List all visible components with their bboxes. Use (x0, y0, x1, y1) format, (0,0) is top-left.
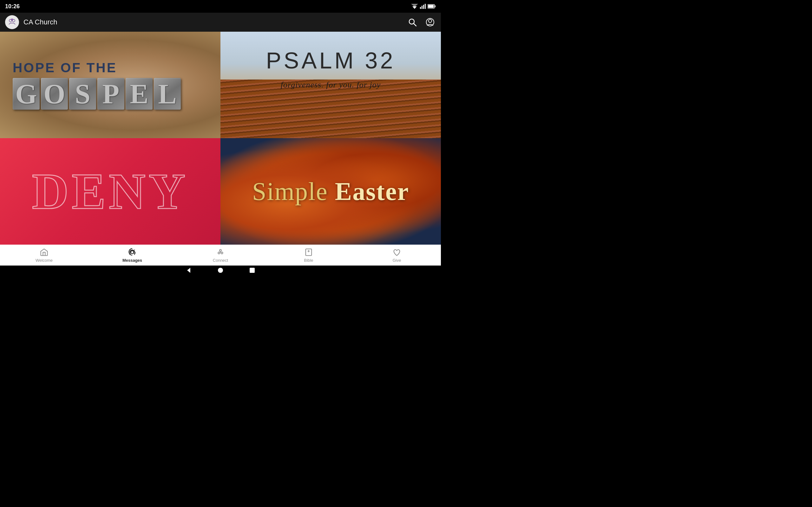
recents-button[interactable] (249, 267, 255, 274)
gospel-letter-o: O (41, 78, 68, 110)
svg-rect-27 (250, 268, 255, 273)
messages-label: Messages (122, 258, 142, 263)
home-circle-icon (217, 267, 223, 274)
church-name: CA Church (23, 18, 57, 26)
card-easter[interactable]: Simple Easter (220, 138, 441, 245)
wifi-icon (411, 4, 418, 9)
connect-label: Connect (213, 258, 228, 263)
svg-rect-5 (425, 4, 426, 9)
nav-item-bible[interactable]: Bible (296, 248, 321, 263)
card-psalm[interactable]: PSALM 32 forgiveness. for you. for joy (220, 32, 441, 138)
content-grid: HOPE OF THE G O S P E L PSALM 32 forgive… (0, 32, 441, 245)
psalm-title: PSALM 32 (233, 48, 428, 73)
give-icon (392, 248, 401, 257)
nav-item-connect[interactable]: Connect (208, 248, 233, 263)
messages-icon (128, 248, 137, 257)
svg-point-26 (218, 268, 223, 273)
gospel-content: HOPE OF THE G O S P E L (0, 48, 220, 122)
gospel-letter-p: P (97, 78, 124, 110)
easter-content: Simple Easter (220, 138, 441, 245)
simple-text: Simple (252, 177, 335, 205)
status-icons (411, 4, 436, 9)
app-bar-left: CA Church (5, 15, 57, 29)
welcome-label: Welcome (36, 258, 53, 263)
church-logo-icon (7, 17, 17, 27)
system-nav-bar (0, 266, 441, 275)
svg-point-16 (131, 250, 134, 253)
svg-rect-4 (423, 5, 424, 9)
nav-item-messages[interactable]: Messages (119, 248, 145, 263)
card-gospel[interactable]: HOPE OF THE G O S P E L (0, 32, 220, 138)
svg-point-15 (428, 19, 432, 22)
deny-text: DENY (32, 166, 189, 217)
gospel-letter-e: E (125, 78, 153, 110)
welcome-icon (40, 248, 49, 257)
recents-icon (249, 267, 255, 274)
bible-icon (304, 248, 313, 257)
deny-content: DENY (0, 138, 220, 245)
home-button[interactable] (217, 267, 223, 274)
easter-text: Simple Easter (252, 177, 409, 206)
app-bar: CA Church (0, 13, 441, 32)
svg-rect-3 (421, 6, 422, 9)
nav-item-welcome[interactable]: Welcome (32, 248, 57, 263)
svg-rect-8 (428, 5, 434, 8)
connect-icon (216, 248, 225, 257)
search-button[interactable] (407, 16, 418, 28)
church-avatar[interactable] (5, 15, 19, 29)
gospel-letter-s: S (69, 78, 96, 110)
svg-point-11 (11, 19, 13, 20)
hope-of-the-text: HOPE OF THE (13, 60, 208, 75)
back-icon (186, 267, 192, 274)
search-icon (408, 18, 417, 26)
easter-word: Easter (335, 177, 409, 205)
svg-line-13 (414, 23, 416, 26)
profile-icon (426, 18, 435, 26)
app-bar-right (407, 16, 436, 28)
nav-item-give[interactable]: Give (384, 248, 409, 263)
svg-point-21 (219, 249, 221, 251)
psalm-content: PSALM 32 forgiveness. for you. for joy (220, 32, 441, 97)
gospel-letter-l: L (154, 78, 181, 110)
profile-button[interactable] (424, 16, 436, 28)
card-deny[interactable]: DENY (0, 138, 220, 245)
svg-rect-2 (420, 7, 421, 9)
svg-rect-18 (134, 251, 136, 253)
gospel-letter-g: G (13, 78, 40, 110)
svg-marker-25 (187, 268, 190, 273)
svg-rect-17 (130, 251, 131, 253)
bottom-nav: Welcome Messages Connect Bible (0, 245, 441, 266)
signal-icon (420, 4, 426, 9)
svg-marker-1 (411, 4, 418, 7)
back-button[interactable] (186, 267, 192, 274)
battery-icon (427, 4, 436, 9)
svg-rect-7 (435, 5, 436, 7)
psalm-subtitle: forgiveness. for you. for joy (233, 78, 428, 91)
bible-label: Bible (304, 258, 313, 263)
gospel-letter-blocks: G O S P E L (13, 78, 208, 110)
give-label: Give (393, 258, 401, 263)
status-time: 10:26 (5, 3, 20, 10)
status-bar: 10:26 (0, 0, 441, 13)
